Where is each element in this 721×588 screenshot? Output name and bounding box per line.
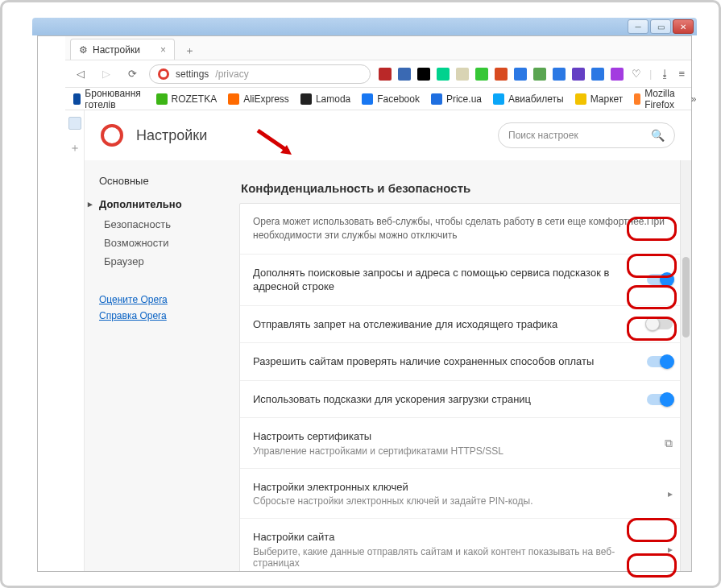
- maximize-button[interactable]: ▭: [650, 19, 671, 34]
- tab-bar: ⚙ Настройки × ＋: [65, 36, 691, 60]
- gear-icon: ⚙: [79, 44, 88, 56]
- bookmark-favicon-icon: [156, 93, 168, 105]
- address-bar[interactable]: settings/privacy: [149, 64, 371, 84]
- tab-title: Настройки: [93, 44, 140, 56]
- tab-settings[interactable]: ⚙ Настройки ×: [70, 39, 175, 60]
- extension-icon[interactable]: [456, 68, 469, 81]
- bookmark-favicon-icon: [228, 93, 239, 105]
- search-placeholder-text: Поиск настроек: [508, 130, 578, 141]
- bookmark-favicon-icon: [362, 93, 373, 105]
- bookmarks-overflow-button[interactable]: »: [691, 93, 697, 105]
- bookmark-item[interactable]: AliExpress: [228, 93, 289, 105]
- address-row: ◁ ▷ ⟳ settings/privacy ♡ | ⭳ ≡: [65, 60, 691, 88]
- minimize-button[interactable]: ─: [628, 19, 648, 34]
- chevron-right-icon: ▸: [668, 544, 673, 555]
- row-suggestions: Дополнять поисковые запросы и адреса с п…: [240, 255, 686, 306]
- row-payments: Разрешить сайтам проверять наличие сохра…: [240, 343, 686, 381]
- extension-icon[interactable]: [611, 68, 624, 81]
- forward-button[interactable]: ▷: [97, 65, 115, 83]
- settings-page: ＋ Настройки Поиск настроек 🔍 Основные До…: [65, 110, 691, 571]
- toggle-prefetch[interactable]: [647, 394, 673, 405]
- opera-logo-icon: [101, 124, 123, 147]
- nav-advanced[interactable]: Дополнительно: [99, 198, 226, 210]
- settings-header: Настройки Поиск настроек 🔍: [85, 110, 691, 160]
- bookmark-heart-icon[interactable]: ♡: [632, 68, 641, 80]
- magnifier-icon: 🔍: [651, 129, 665, 142]
- bookmark-item[interactable]: Бронювання готелів: [73, 88, 145, 110]
- url-host: settings: [176, 68, 209, 80]
- settings-search-input[interactable]: Поиск настроек 🔍: [498, 122, 675, 148]
- easy-setup-icon[interactable]: ≡: [678, 68, 685, 80]
- bookmarks-bar: Бронювання готелівROZETKAAliExpressLamod…: [65, 88, 691, 110]
- bookmark-item[interactable]: Mozilla Firefox: [634, 88, 679, 110]
- row-security-keys[interactable]: Настройки электронных ключейСбросьте нас…: [240, 469, 686, 520]
- back-button[interactable]: ◁: [72, 65, 89, 83]
- settings-content: Конфиденциальность и безопасность Opera …: [238, 160, 691, 571]
- bookmark-favicon-icon: [431, 93, 442, 105]
- privacy-panel: Opera может использовать веб-службы, что…: [239, 203, 686, 571]
- row-prefetch: Использовать подсказки для ускорения заг…: [240, 381, 686, 419]
- extension-icons: [379, 68, 624, 81]
- extension-icon[interactable]: [514, 68, 527, 81]
- bookmark-item[interactable]: Price.ua: [431, 93, 482, 105]
- extension-icon[interactable]: [572, 68, 585, 81]
- extension-icon[interactable]: [379, 68, 392, 81]
- section-title: Конфиденциальность и безопасность: [241, 181, 688, 195]
- row-certificates[interactable]: Настроить сертификатыУправление настройк…: [240, 418, 686, 469]
- nav-basic[interactable]: Основные: [99, 175, 226, 187]
- bookmark-item[interactable]: Авиабилеты: [493, 93, 564, 105]
- toggle-suggestions[interactable]: [647, 274, 673, 285]
- scrollbar[interactable]: [680, 160, 691, 571]
- nav-help-link[interactable]: Справка Opera: [99, 308, 226, 324]
- external-link-icon: ⧉: [665, 437, 673, 450]
- bookmark-favicon-icon: [493, 93, 504, 105]
- speed-dial-add-icon[interactable]: ＋: [69, 141, 81, 155]
- speed-dial-strip: ＋: [65, 110, 85, 571]
- panel-note: Opera может использовать веб-службы, что…: [240, 204, 686, 255]
- opera-logo-small-icon: [158, 68, 169, 80]
- browser-frame: ⚙ Настройки × ＋ ◁ ▷ ⟳ settings/privacy ♡…: [37, 35, 692, 572]
- bookmark-item[interactable]: ROZETKA: [156, 93, 218, 105]
- row-site-settings[interactable]: Настройки сайтаВыберите, какие данные от…: [240, 519, 686, 571]
- settings-nav: Основные Дополнительно Безопасность Возм…: [85, 160, 238, 571]
- nav-browser[interactable]: Браузер: [99, 252, 226, 271]
- toolbar-right: ♡ | ⭳ ≡: [632, 68, 685, 80]
- bookmark-item[interactable]: Lamoda: [300, 93, 350, 105]
- nav-security[interactable]: Безопасность: [99, 215, 226, 234]
- row-dnt: Отправлять запрет на отслеживание для ис…: [240, 306, 686, 344]
- bookmark-favicon-icon: [300, 93, 312, 105]
- nav-rate-link[interactable]: Оцените Opera: [99, 292, 226, 308]
- extension-icon[interactable]: [398, 68, 411, 81]
- toggle-saved-payments[interactable]: [647, 356, 673, 367]
- extension-icon[interactable]: [475, 68, 488, 81]
- extension-icon[interactable]: [553, 68, 566, 81]
- toggle-do-not-track[interactable]: [647, 318, 673, 329]
- reload-button[interactable]: ⟳: [123, 65, 141, 83]
- bookmark-favicon-icon: [634, 93, 640, 105]
- extension-icon[interactable]: [417, 68, 430, 81]
- settings-body: Основные Дополнительно Безопасность Возм…: [85, 160, 691, 571]
- speed-dial-tile-icon[interactable]: [68, 117, 81, 130]
- bookmark-favicon-icon: [575, 93, 586, 105]
- close-window-button[interactable]: ✕: [673, 19, 694, 34]
- nav-features[interactable]: Возможности: [99, 234, 226, 252]
- bookmark-item[interactable]: Facebook: [362, 93, 420, 105]
- bookmark-item[interactable]: Маркет: [575, 93, 624, 105]
- downloads-icon[interactable]: ⭳: [660, 68, 670, 80]
- window-titlebar: ─ ▭ ✕: [32, 18, 697, 35]
- extension-icon[interactable]: [437, 68, 450, 81]
- window-controls: ─ ▭ ✕: [624, 18, 697, 35]
- bookmark-favicon-icon: [73, 93, 81, 105]
- extension-icon[interactable]: [533, 68, 546, 81]
- new-tab-button[interactable]: ＋: [180, 42, 199, 60]
- chevron-right-icon: ▸: [668, 488, 673, 499]
- url-path: /privacy: [215, 68, 248, 80]
- extension-icon[interactable]: [495, 68, 508, 81]
- page-title: Настройки: [136, 127, 207, 144]
- extension-icon[interactable]: [591, 68, 604, 81]
- tab-close-icon[interactable]: ×: [160, 44, 166, 56]
